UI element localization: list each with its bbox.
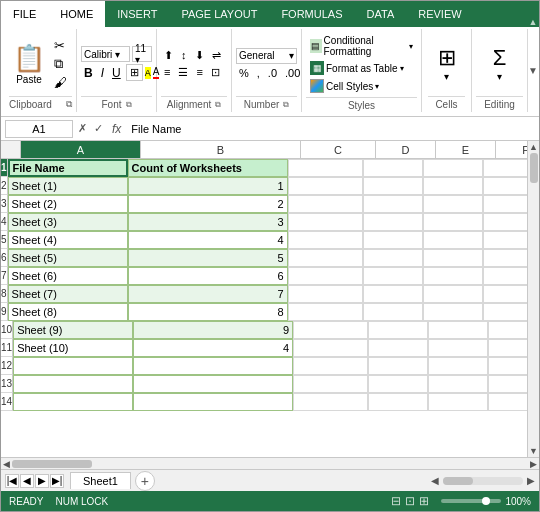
scroll-thumb[interactable] (530, 153, 538, 183)
cell-c9[interactable] (288, 303, 363, 321)
cell-b4[interactable]: 3 (128, 213, 288, 231)
cell-e4[interactable] (423, 213, 483, 231)
wrap-text-button[interactable]: ⇌ (209, 48, 224, 63)
cell-styles-button[interactable]: Cell Styles ▾ (306, 77, 417, 95)
row-num-10[interactable]: 10 (1, 321, 13, 339)
border-button[interactable]: ⊞ (126, 64, 143, 81)
cell-f11[interactable] (488, 339, 527, 357)
cell-a4[interactable]: Sheet (3) (8, 213, 128, 231)
clipboard-expand-icon[interactable]: ⧉ (66, 99, 72, 110)
cell-c14[interactable] (293, 393, 368, 411)
cell-e8[interactable] (423, 285, 483, 303)
cell-d7[interactable] (363, 267, 423, 285)
cell-d8[interactable] (363, 285, 423, 303)
cell-d2[interactable] (363, 177, 423, 195)
row-num-14[interactable]: 14 (1, 393, 13, 411)
tab-insert[interactable]: INSERT (105, 1, 169, 27)
cell-a7[interactable]: Sheet (6) (8, 267, 128, 285)
sheet-last-btn[interactable]: ▶| (50, 474, 64, 488)
cell-e13[interactable] (428, 375, 488, 393)
cell-b5[interactable]: 4 (128, 231, 288, 249)
cell-e14[interactable] (428, 393, 488, 411)
cell-f12[interactable] (488, 357, 527, 375)
sheet-scroll-left[interactable]: ◀ (431, 475, 439, 486)
page-layout-view-btn[interactable]: ⊡ (405, 494, 415, 508)
col-header-b[interactable]: B (141, 141, 301, 159)
cell-a3[interactable]: Sheet (2) (8, 195, 128, 213)
cell-c12[interactable] (293, 357, 368, 375)
cell-f14[interactable] (488, 393, 527, 411)
cell-b10[interactable]: 9 (133, 321, 293, 339)
cell-f5[interactable] (483, 231, 527, 249)
col-header-e[interactable]: E (436, 141, 496, 159)
number-expand-icon[interactable]: ⧉ (283, 100, 289, 110)
font-family-select[interactable]: Calibri ▾ (81, 46, 130, 62)
name-box[interactable] (5, 120, 73, 138)
align-middle-button[interactable]: ↕ (178, 48, 190, 63)
cell-e2[interactable] (423, 177, 483, 195)
fill-color-button[interactable]: A (145, 67, 151, 79)
scroll-down-btn[interactable]: ▼ (528, 445, 539, 457)
bold-button[interactable]: B (81, 65, 96, 81)
cell-d3[interactable] (363, 195, 423, 213)
cells-button[interactable]: ⊞ ▾ (434, 43, 460, 84)
format-painter-button[interactable]: 🖌 (51, 74, 70, 91)
percent-button[interactable]: % (236, 66, 252, 80)
align-center-button[interactable]: ☰ (175, 65, 191, 80)
cell-a9[interactable]: Sheet (8) (8, 303, 128, 321)
cell-c11[interactable] (293, 339, 368, 357)
decrease-decimal-button[interactable]: .00 (282, 66, 303, 80)
cell-a2[interactable]: Sheet (1) (8, 177, 128, 195)
cell-f1[interactable] (483, 159, 527, 177)
col-header-f[interactable]: F (496, 141, 527, 159)
cancel-formula-btn[interactable]: ✗ (75, 122, 90, 135)
cell-e10[interactable] (428, 321, 488, 339)
cell-a11[interactable]: Sheet (10) (13, 339, 133, 357)
cell-b3[interactable]: 2 (128, 195, 288, 213)
format-as-table-button[interactable]: ▦ Format as Table ▾ (306, 59, 417, 77)
scroll-up-btn[interactable]: ▲ (528, 141, 539, 153)
conditional-formatting-button[interactable]: ▤ Conditional Formatting ▾ (306, 33, 417, 59)
cell-d10[interactable] (368, 321, 428, 339)
normal-view-btn[interactable]: ⊟ (391, 494, 401, 508)
cell-b14[interactable] (133, 393, 293, 411)
cell-d5[interactable] (363, 231, 423, 249)
zoom-thumb[interactable] (482, 497, 490, 505)
ribbon-collapse-btn[interactable]: ▲ (527, 17, 539, 27)
cell-d13[interactable] (368, 375, 428, 393)
zoom-slider[interactable] (441, 499, 501, 503)
cell-d14[interactable] (368, 393, 428, 411)
cell-b9[interactable]: 8 (128, 303, 288, 321)
cell-c1[interactable] (288, 159, 363, 177)
row-num-12[interactable]: 12 (1, 357, 13, 375)
cell-e12[interactable] (428, 357, 488, 375)
sheet-next-btn[interactable]: ▶ (35, 474, 49, 488)
scroll-track[interactable] (528, 153, 539, 445)
vertical-scrollbar[interactable]: ▲ ▼ (527, 141, 539, 457)
cell-d4[interactable] (363, 213, 423, 231)
cell-f7[interactable] (483, 267, 527, 285)
cell-d9[interactable] (363, 303, 423, 321)
cell-e6[interactable] (423, 249, 483, 267)
cell-a8[interactable]: Sheet (7) (8, 285, 128, 303)
cell-a6[interactable]: Sheet (5) (8, 249, 128, 267)
cell-a10[interactable]: Sheet (9) (13, 321, 133, 339)
cell-e5[interactable] (423, 231, 483, 249)
cut-button[interactable]: ✂ (51, 37, 70, 54)
comma-button[interactable]: , (254, 66, 263, 80)
cell-c3[interactable] (288, 195, 363, 213)
cell-d1[interactable] (363, 159, 423, 177)
cell-f9[interactable] (483, 303, 527, 321)
cell-c10[interactable] (293, 321, 368, 339)
cell-a14[interactable] (13, 393, 133, 411)
h-scroll-track[interactable] (12, 460, 528, 468)
cell-c7[interactable] (288, 267, 363, 285)
sheet-tab-1[interactable]: Sheet1 (70, 472, 131, 489)
cell-c4[interactable] (288, 213, 363, 231)
cell-b12[interactable] (133, 357, 293, 375)
paste-button[interactable]: 📋 Paste (9, 31, 49, 96)
tab-data[interactable]: DATA (355, 1, 407, 27)
font-expand-icon[interactable]: ⧉ (126, 100, 132, 110)
h-scroll-thumb[interactable] (12, 460, 92, 468)
cell-d11[interactable] (368, 339, 428, 357)
